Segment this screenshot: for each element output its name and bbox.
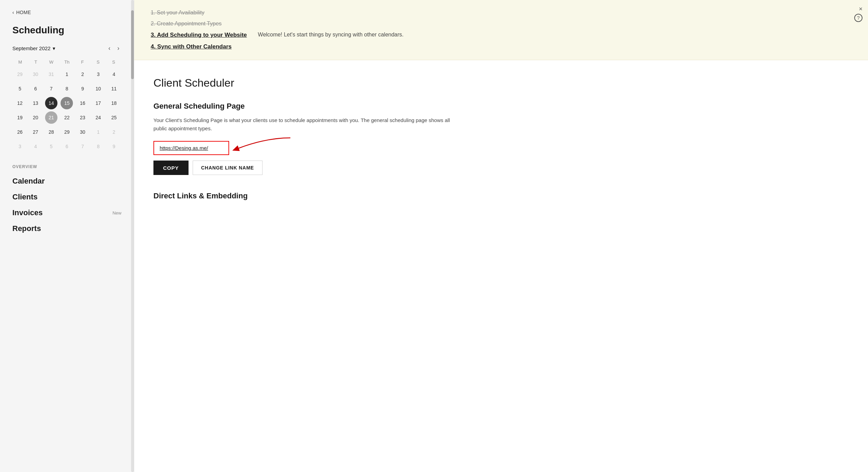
nav-item-label: Invoices	[12, 208, 43, 217]
sidebar-scroll-thumb	[131, 10, 134, 79]
calendar-day-30[interactable]: 30	[29, 68, 42, 80]
calendar-day-8[interactable]: 8	[92, 140, 105, 153]
calendar-day-17[interactable]: 17	[92, 97, 105, 109]
calendar-day-29[interactable]: 29	[61, 126, 73, 138]
calendar-day-9[interactable]: 9	[108, 140, 120, 153]
calendar-day-1[interactable]: 1	[61, 68, 73, 80]
calendar-day-20[interactable]: 20	[29, 111, 42, 124]
help-circle-icon: ?	[854, 14, 862, 22]
back-link[interactable]: ‹ HOME	[12, 10, 121, 15]
calendar-month-label: September 2022	[12, 45, 51, 51]
day-header-s1: S	[90, 58, 106, 66]
day-header-f: F	[75, 58, 90, 66]
sidebar-nav-item-clients[interactable]: Clients	[12, 189, 121, 205]
url-box[interactable]: https://Desing.as.me/	[153, 141, 229, 155]
calendar-day-27[interactable]: 27	[29, 126, 42, 138]
change-link-button[interactable]: CHANGE LINK NAME	[193, 161, 263, 175]
url-row: https://Desing.as.me/	[153, 141, 849, 155]
calendar-grid: M T W Th F S S 2930311234567891011121314…	[12, 58, 121, 153]
calendar-month-selector[interactable]: September 2022 ▾	[12, 45, 55, 52]
calendar-day-7[interactable]: 7	[45, 83, 57, 95]
sidebar: ‹ HOME Scheduling September 2022 ▾ ‹ › M…	[0, 0, 134, 472]
banner-step-2[interactable]: 2. Create Appointment Types	[151, 21, 222, 27]
day-header-m: M	[12, 58, 28, 66]
calendar-day-26[interactable]: 26	[14, 126, 26, 138]
calendar-day-2[interactable]: 2	[76, 68, 89, 80]
direct-links-section: Direct Links & Embedding	[153, 191, 849, 200]
calendar-header: September 2022 ▾ ‹ ›	[12, 44, 121, 53]
sidebar-nav-item-invoices[interactable]: InvoicesNew	[12, 205, 121, 221]
nav-item-label: Reports	[12, 224, 41, 233]
back-label: HOME	[16, 10, 31, 15]
calendar-day-12[interactable]: 12	[14, 97, 26, 109]
sidebar-scrollbar[interactable]	[131, 0, 134, 472]
nav-badge: New	[112, 210, 121, 216]
overview-section: OVERVIEW CalendarClientsInvoicesNewRepor…	[12, 164, 121, 237]
calendar-day-14[interactable]: 14	[45, 97, 57, 109]
calendar-day-24[interactable]: 24	[92, 111, 105, 124]
calendar-day-30[interactable]: 30	[76, 126, 89, 138]
calendar-day-8[interactable]: 8	[61, 83, 73, 95]
nav-item-label: Clients	[12, 193, 37, 201]
calendar-nav: ‹ ›	[106, 44, 121, 53]
general-section-description: Your Client's Scheduling Page is what yo…	[153, 116, 463, 133]
banner-step-4[interactable]: 4. Sync with Other Calendars	[151, 43, 232, 50]
calendar-day-2[interactable]: 2	[108, 126, 120, 138]
day-header-s2: S	[106, 58, 121, 66]
calendar-day-10[interactable]: 10	[92, 83, 105, 95]
sidebar-nav-item-reports[interactable]: Reports	[12, 221, 121, 237]
day-header-w: W	[44, 58, 59, 66]
calendar-day-5[interactable]: 5	[14, 83, 26, 95]
calendar-day-6[interactable]: 6	[29, 83, 42, 95]
overview-label: OVERVIEW	[12, 164, 121, 169]
banner-item-1: 1. Set your Availability	[151, 10, 851, 16]
calendar-day-11[interactable]: 11	[108, 83, 120, 95]
calendar-day-9[interactable]: 9	[76, 83, 89, 95]
general-section-title: General Scheduling Page	[153, 102, 849, 111]
main-content: × ? 1. Set your Availability 2. Create A…	[134, 0, 868, 472]
banner-item-3: 3. Add Scheduling to your Website Welcom…	[151, 32, 851, 39]
calendar-day-3[interactable]: 3	[14, 140, 26, 153]
calendar-day-23[interactable]: 23	[76, 111, 89, 124]
sidebar-nav-item-calendar[interactable]: Calendar	[12, 173, 121, 189]
calendar-day-22[interactable]: 22	[61, 111, 73, 124]
calendar-day-13[interactable]: 13	[29, 97, 42, 109]
day-header-th: Th	[59, 58, 75, 66]
calendar-day-29[interactable]: 29	[14, 68, 26, 80]
calendar-day-31[interactable]: 31	[45, 68, 57, 80]
calendar-day-5[interactable]: 5	[45, 140, 57, 153]
calendar-day-1[interactable]: 1	[92, 126, 105, 138]
dropdown-icon: ▾	[53, 45, 55, 52]
calendar-day-15[interactable]: 15	[61, 97, 73, 109]
prev-month-button[interactable]: ‹	[106, 44, 112, 53]
calendar-day-6[interactable]: 6	[61, 140, 73, 153]
url-area: https://Desing.as.me/	[153, 141, 849, 155]
banner-step-3[interactable]: 3. Add Scheduling to your Website	[151, 32, 247, 39]
button-row: COPY CHANGE LINK NAME	[153, 161, 849, 175]
banner-item-2: 2. Create Appointment Types	[151, 21, 851, 27]
banner-step-1[interactable]: 1. Set your Availability	[151, 10, 204, 16]
banner-close-button[interactable]: ×	[859, 6, 862, 13]
calendar-day-3[interactable]: 3	[92, 68, 105, 80]
calendar-day-7[interactable]: 7	[76, 140, 89, 153]
calendar-day-18[interactable]: 18	[108, 97, 120, 109]
copy-button[interactable]: COPY	[153, 161, 189, 175]
direct-links-title: Direct Links & Embedding	[153, 191, 849, 200]
banner-item-4: 4. Sync with Other Calendars	[151, 43, 851, 50]
calendar-body: 2930311234567891011121314151617181920212…	[12, 67, 121, 153]
calendar-day-4[interactable]: 4	[29, 140, 42, 153]
next-month-button[interactable]: ›	[115, 44, 121, 53]
banner-help-button[interactable]: ?	[854, 14, 862, 22]
sidebar-title: Scheduling	[12, 25, 121, 36]
calendar-day-16[interactable]: 16	[76, 97, 89, 109]
calendar-day-4[interactable]: 4	[108, 68, 120, 80]
banner: × ? 1. Set your Availability 2. Create A…	[134, 0, 868, 60]
day-header-t: T	[28, 58, 43, 66]
nav-item-label: Calendar	[12, 177, 45, 186]
calendar-day-19[interactable]: 19	[14, 111, 26, 124]
calendar-day-21[interactable]: 21	[45, 111, 57, 124]
banner-description: Welcome! Let's start things by syncing w…	[258, 32, 404, 38]
calendar-day-25[interactable]: 25	[108, 111, 120, 124]
content-area: Client Scheduler General Scheduling Page…	[134, 60, 868, 217]
calendar-day-28[interactable]: 28	[45, 126, 57, 138]
